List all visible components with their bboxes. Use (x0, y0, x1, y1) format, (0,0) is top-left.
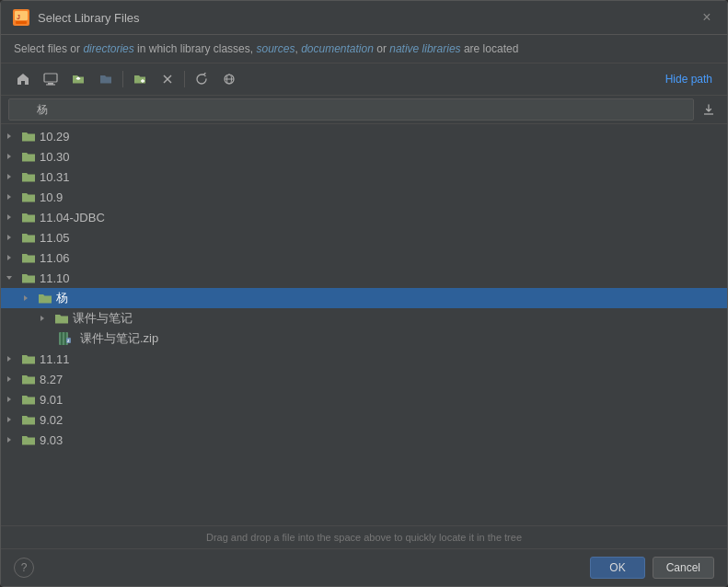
svg-marker-32 (7, 437, 11, 443)
expand-icon (5, 373, 17, 386)
folder-icon (21, 150, 36, 163)
tree-item[interactable]: 11.06 (1, 247, 727, 268)
dialog-icon: J (12, 8, 30, 27)
item-label: 10.9 (40, 190, 63, 204)
svg-marker-22 (40, 316, 44, 321)
svg-marker-21 (24, 295, 28, 301)
footer-buttons: OK Cancel (590, 557, 714, 579)
svg-marker-19 (7, 255, 11, 260)
hide-path-button[interactable]: Hide path (660, 71, 718, 87)
tree-item[interactable]: z 课件与笔记.zip (1, 328, 727, 349)
tree-item[interactable]: 9.03 (1, 430, 727, 450)
svg-marker-16 (7, 194, 11, 200)
item-label: 课件与笔记 (73, 310, 133, 327)
item-label: 10.29 (40, 130, 70, 144)
dialog-title: Select Library Files (38, 11, 140, 25)
folder-icon (21, 130, 36, 143)
tree-item[interactable]: 10.9 (1, 187, 727, 207)
item-label: 8.27 (40, 373, 63, 386)
svg-marker-15 (7, 174, 11, 179)
svg-rect-2 (16, 21, 27, 24)
item-label: 9.01 (40, 393, 63, 407)
folder-icon (21, 170, 36, 183)
expand-icon (5, 413, 17, 426)
item-label: 杨 (56, 290, 68, 306)
expand-icon (5, 251, 17, 264)
tree-item[interactable]: 8.27 (1, 369, 727, 389)
file-tree[interactable]: 10.29 10.30 10.31 10.9 (1, 124, 727, 525)
folder-new-button[interactable] (93, 67, 119, 91)
svg-marker-17 (7, 214, 11, 220)
tree-item[interactable]: 9.02 (1, 409, 727, 430)
select-library-dialog: J Select Library Files × Select files or… (0, 0, 728, 587)
folder-icon (38, 292, 52, 305)
tree-item[interactable]: 11.04-JDBC (1, 207, 727, 227)
expand-icon (5, 271, 17, 284)
toolbar-separator-2 (184, 71, 185, 87)
expand-icon (5, 211, 17, 224)
tree-item[interactable]: 11.11 (1, 349, 727, 369)
item-label: 11.05 (40, 231, 70, 245)
folder-icon (21, 352, 36, 365)
folder-icon (21, 271, 36, 284)
svg-rect-4 (44, 74, 57, 82)
delete-button[interactable] (155, 67, 180, 91)
tree-item[interactable]: 课件与笔记 (1, 308, 727, 328)
tree-item[interactable]: 11.05 (1, 227, 727, 247)
tree-item[interactable]: 11.10 (1, 268, 727, 288)
folder-icon (21, 231, 36, 244)
folder-up-button[interactable] (65, 67, 91, 91)
folder-icon (21, 211, 36, 224)
item-label: 11.04-JDBC (40, 211, 105, 224)
expand-icon (5, 231, 17, 244)
title-bar-left: J Select Library Files (12, 8, 140, 27)
path-segment-yang: 杨 (37, 102, 48, 118)
tree-item[interactable]: 9.01 (1, 389, 727, 409)
expand-icon (5, 433, 17, 446)
folder-icon (21, 190, 36, 203)
ok-button[interactable]: OK (590, 557, 644, 579)
item-label: 11.11 (40, 352, 70, 366)
help-button[interactable]: ? (14, 558, 34, 578)
folder-icon: z (54, 331, 76, 346)
tree-item[interactable]: 10.30 (1, 146, 727, 167)
cancel-button[interactable]: Cancel (653, 557, 714, 579)
tree-item[interactable]: 10.31 (1, 167, 727, 187)
expand-icon (5, 190, 17, 203)
expand-icon (38, 312, 51, 325)
network-button[interactable] (216, 67, 242, 91)
item-label: 10.31 (40, 170, 70, 184)
path-download-button[interactable] (698, 98, 720, 121)
title-bar: J Select Library Files × (1, 1, 727, 35)
svg-marker-30 (7, 397, 11, 402)
expand-icon (5, 150, 17, 163)
folder-icon (21, 393, 36, 406)
toolbar-left (10, 67, 242, 91)
item-label: 11.06 (40, 251, 70, 265)
path-input[interactable]: 杨 (8, 98, 694, 121)
toolbar-separator-1 (122, 71, 123, 87)
tree-item[interactable]: 杨 (1, 288, 727, 308)
expand-icon (5, 352, 17, 365)
item-label: 9.03 (40, 433, 63, 447)
svg-marker-31 (7, 417, 11, 422)
svg-text:J: J (17, 14, 20, 20)
svg-marker-28 (7, 356, 11, 362)
expand-icon (5, 170, 17, 183)
svg-marker-13 (7, 133, 11, 139)
close-button[interactable]: × (698, 8, 716, 27)
desktop-button[interactable] (38, 67, 64, 91)
svg-marker-18 (7, 235, 11, 240)
item-label: 10.30 (40, 150, 70, 164)
svg-marker-29 (7, 376, 11, 382)
folder-icon (54, 312, 69, 325)
folder-create-button[interactable] (127, 67, 153, 91)
drag-hint: Drag and drop a file into the space abov… (1, 525, 727, 548)
dialog-subtitle: Select files or directories in which lib… (1, 35, 727, 63)
svg-marker-20 (6, 276, 12, 280)
refresh-button[interactable] (189, 67, 214, 91)
expand-icon (21, 292, 34, 305)
tree-item[interactable]: 10.29 (1, 126, 727, 146)
svg-marker-14 (7, 154, 11, 159)
home-button[interactable] (10, 67, 36, 91)
